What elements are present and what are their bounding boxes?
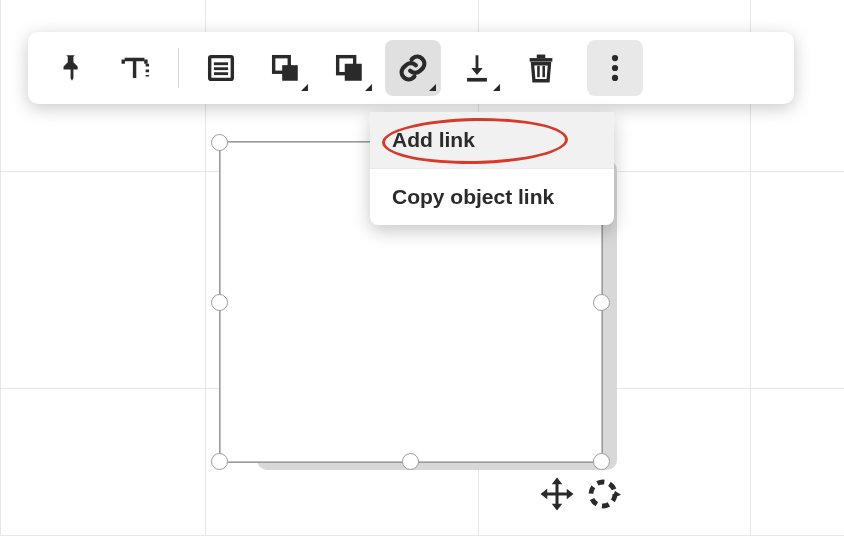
pin-icon: [55, 51, 89, 85]
svg-rect-13: [537, 55, 546, 59]
svg-point-18: [612, 75, 618, 81]
svg-rect-14: [537, 66, 540, 77]
delete-icon: [524, 51, 558, 85]
toolbar-separator: [178, 48, 179, 88]
more-icon: [598, 51, 632, 85]
svg-rect-10: [345, 64, 362, 81]
svg-point-17: [612, 65, 618, 71]
download-button[interactable]: [449, 40, 505, 96]
arrange-icon: [268, 51, 302, 85]
menu-item-copy-object-link[interactable]: Copy object link: [370, 168, 614, 225]
object-controls: [539, 476, 621, 512]
copy-button[interactable]: [321, 40, 377, 96]
svg-rect-11: [467, 78, 487, 82]
menu-item-add-link[interactable]: Add link: [370, 112, 614, 168]
svg-rect-15: [542, 66, 545, 77]
pin-button[interactable]: [44, 40, 100, 96]
rotate-icon[interactable]: [585, 476, 621, 512]
resize-handle-e[interactable]: [593, 294, 610, 311]
resize-handle-nw[interactable]: [211, 134, 228, 151]
list-button[interactable]: [193, 40, 249, 96]
dropdown-indicator: [365, 84, 372, 91]
svg-point-16: [612, 55, 618, 61]
link-button[interactable]: [385, 40, 441, 96]
text-style-button[interactable]: [108, 40, 164, 96]
resize-handle-s[interactable]: [402, 453, 419, 470]
link-dropdown: Add link Copy object link: [370, 112, 614, 225]
copy-icon: [332, 51, 366, 85]
text-style-icon: [119, 51, 153, 85]
delete-button[interactable]: [513, 40, 569, 96]
arrange-button[interactable]: [257, 40, 313, 96]
resize-handle-sw[interactable]: [211, 453, 228, 470]
download-icon: [460, 51, 494, 85]
svg-point-1: [591, 482, 615, 506]
svg-rect-5: [214, 67, 228, 70]
move-icon[interactable]: [539, 476, 575, 512]
resize-handle-w[interactable]: [211, 294, 228, 311]
dropdown-indicator: [493, 84, 500, 91]
svg-rect-12: [530, 58, 553, 62]
resize-handle-se[interactable]: [593, 453, 610, 470]
svg-rect-8: [282, 65, 298, 81]
object-toolbar: [28, 32, 794, 104]
svg-marker-0: [541, 478, 574, 511]
svg-rect-6: [214, 72, 228, 75]
svg-rect-4: [214, 62, 228, 65]
more-button[interactable]: [587, 40, 643, 96]
link-icon: [396, 51, 430, 85]
list-icon: [204, 51, 238, 85]
dropdown-indicator: [429, 84, 436, 91]
dropdown-indicator: [301, 84, 308, 91]
